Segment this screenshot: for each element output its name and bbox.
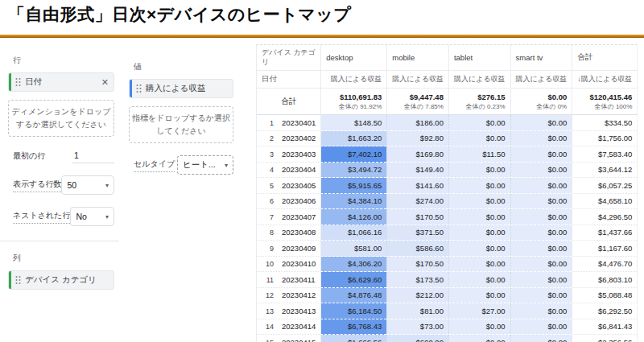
metric-header[interactable]: 購入による収益 bbox=[510, 71, 572, 89]
section-divider bbox=[0, 241, 119, 241]
column-header-smart-tv[interactable]: smart tv bbox=[510, 45, 572, 71]
row-label: 1520230415 bbox=[257, 335, 320, 342]
page-title: 「自由形式」日次×デバイスのヒートマップ bbox=[8, 3, 351, 26]
heat-cell: $6,629.60 bbox=[320, 272, 386, 288]
row-total-cell: $4,476.70 bbox=[572, 257, 637, 273]
column-header-desktop[interactable]: desktop bbox=[320, 45, 386, 71]
metric-header[interactable]: 購入による収益 bbox=[386, 71, 448, 89]
first-row-setting: 最初の行 1 bbox=[8, 149, 114, 163]
heat-cell: $0.00 bbox=[510, 194, 572, 210]
metric-header-total-sorted[interactable]: ↓購入による収益 bbox=[572, 71, 637, 89]
column-header-合計[interactable]: 合計 bbox=[572, 45, 637, 71]
row-date: 20230401 bbox=[282, 118, 316, 127]
row-total-cell: $6,841.43 bbox=[572, 319, 637, 336]
totals-cell: $110,691.83全体の 91.92% bbox=[320, 89, 386, 115]
heat-cell: $0.00 bbox=[510, 257, 572, 273]
totals-cell: $120,415.46全体の 100% bbox=[572, 89, 637, 115]
row-number: 4 bbox=[262, 166, 274, 174]
dimension-chip-device-category[interactable]: デバイス カテゴリ bbox=[8, 270, 114, 290]
totals-amount: $0.00 bbox=[516, 93, 568, 101]
heat-cell: $0.00 bbox=[448, 225, 510, 241]
heat-cell: $274.00 bbox=[386, 194, 448, 210]
heat-cell: $0.00 bbox=[448, 115, 510, 131]
row-label: 520230405 bbox=[257, 178, 320, 194]
metric-chip-purchase-revenue[interactable]: 購入による収益 bbox=[129, 79, 233, 98]
show-rows-select[interactable]: 50 ▾ bbox=[61, 175, 114, 195]
row-label: 920230409 bbox=[257, 241, 320, 257]
dimension-dropzone[interactable]: ディメンションをドロップするか選択してください bbox=[8, 100, 114, 137]
heat-cell: $0.00 bbox=[448, 194, 510, 210]
row-number: 13 bbox=[262, 307, 274, 315]
row-label: 1020230410 bbox=[257, 257, 320, 273]
show-rows-setting: 表示する行数 50 ▾ bbox=[8, 175, 114, 195]
table-row: 1520230415$1,666.56$690.00$0.00$0.00$2,3… bbox=[257, 335, 637, 342]
row-date: 20230413 bbox=[282, 307, 316, 315]
metric-header[interactable]: 購入による収益 bbox=[448, 71, 510, 89]
drag-handle-icon[interactable] bbox=[136, 84, 142, 93]
nested-rows-select[interactable]: No ▾ bbox=[70, 207, 114, 226]
table-row: 920230409$581.00$586.60$0.00$0.00$1,167.… bbox=[257, 241, 637, 257]
row-date: 20230415 bbox=[282, 338, 316, 342]
heat-cell: $27.00 bbox=[448, 303, 510, 319]
settings-panel-values: 値 購入による収益 指標をドロップするか選択してください セルタイプ ヒート..… bbox=[129, 61, 233, 175]
cell-type-setting: セルタイプ ヒート... ▾ bbox=[129, 155, 233, 175]
heat-cell: $0.00 bbox=[448, 241, 510, 257]
row-date: 20230410 bbox=[282, 259, 316, 268]
heat-cell: $0.00 bbox=[510, 163, 572, 179]
close-icon[interactable]: ✕ bbox=[101, 78, 109, 87]
table-row: 1220230412$4,876.48$212.00$0.00$0.00$5,0… bbox=[257, 288, 637, 304]
column-header-tablet[interactable]: tablet bbox=[448, 45, 510, 71]
row-label: 620230406 bbox=[257, 194, 320, 210]
row-number: 8 bbox=[262, 229, 274, 237]
heat-cell: $186.00 bbox=[386, 115, 448, 131]
heat-cell: $4,306.20 bbox=[320, 257, 386, 273]
table-row: 1020230410$4,306.20$170.50$0.00$0.00$4,4… bbox=[257, 257, 637, 273]
row-total-cell: $4,296.50 bbox=[572, 209, 637, 225]
row-date: 20230409 bbox=[282, 244, 316, 253]
metric-dropzone[interactable]: 指標をドロップするか選択してください bbox=[129, 106, 233, 143]
heat-cell: $1,066.16 bbox=[320, 225, 386, 241]
row-number: 10 bbox=[262, 260, 274, 268]
row-total-cell: $6,057.25 bbox=[572, 178, 637, 194]
heat-cell: $0.00 bbox=[448, 209, 510, 225]
chip-accent-bar bbox=[130, 80, 132, 97]
column-header-mobile[interactable]: mobile bbox=[386, 45, 448, 71]
nested-rows-setting: ネストされた行 No ▾ bbox=[8, 207, 114, 226]
totals-share: 全体の 91.92% bbox=[326, 102, 382, 111]
rows-section-label: 行 bbox=[8, 55, 114, 66]
heat-cell: $0.00 bbox=[510, 272, 572, 288]
chip-label: デバイス カテゴリ bbox=[25, 274, 97, 286]
heat-cell: $149.40 bbox=[386, 163, 448, 179]
row-number: 7 bbox=[262, 213, 274, 221]
heat-cell: $0.00 bbox=[448, 178, 510, 194]
row-number: 1 bbox=[262, 119, 274, 127]
header-row-devices: デバイス カテゴリdesktopmobiletabletsmart tv合計 bbox=[257, 45, 637, 71]
heat-cell: $690.00 bbox=[386, 335, 448, 342]
row-label: 1120230411 bbox=[257, 272, 320, 288]
table-row: 1320230413$6,184.50$81.00$27.00$0.00$6,2… bbox=[257, 303, 637, 319]
table-row: 420230404$3,494.72$149.40$0.00$0.00$3,64… bbox=[257, 163, 637, 179]
heat-cell: $0.00 bbox=[510, 178, 572, 194]
totals-amount: $120,415.46 bbox=[577, 93, 632, 101]
table-row: 820230408$1,066.16$371.50$0.00$0.00$1,43… bbox=[257, 225, 637, 241]
metric-header[interactable]: 購入による収益 bbox=[320, 71, 386, 89]
table-row: 1120230411$6,629.60$173.50$0.00$0.00$6,8… bbox=[257, 272, 637, 288]
cell-type-select[interactable]: ヒート... ▾ bbox=[177, 155, 233, 175]
dimension-chip-date[interactable]: 日付 ✕ bbox=[8, 72, 114, 92]
drag-handle-icon[interactable] bbox=[15, 275, 21, 285]
chip-label: 日付 bbox=[25, 76, 42, 88]
heat-cell: $5,915.65 bbox=[320, 178, 386, 194]
row-number: 11 bbox=[262, 276, 274, 284]
totals-amount: $9,447.48 bbox=[392, 93, 444, 101]
totals-share: 全体の 7.85% bbox=[392, 102, 444, 111]
first-row-input[interactable]: 1 bbox=[72, 149, 114, 163]
heat-cell: $1,666.56 bbox=[320, 335, 386, 342]
drag-handle-icon[interactable] bbox=[15, 77, 21, 87]
heat-cell: $4,126.00 bbox=[320, 209, 386, 225]
row-total-cell: $3,644.12 bbox=[572, 163, 637, 179]
table-row: 320230403$7,402.10$169.80$11.50$0.00$7,5… bbox=[257, 146, 637, 163]
heat-cell: $148.50 bbox=[320, 115, 386, 131]
totals-cell: $9,447.48全体の 7.85% bbox=[386, 89, 448, 115]
row-label: 320230403 bbox=[257, 146, 320, 163]
row-date: 20230412 bbox=[282, 290, 316, 299]
